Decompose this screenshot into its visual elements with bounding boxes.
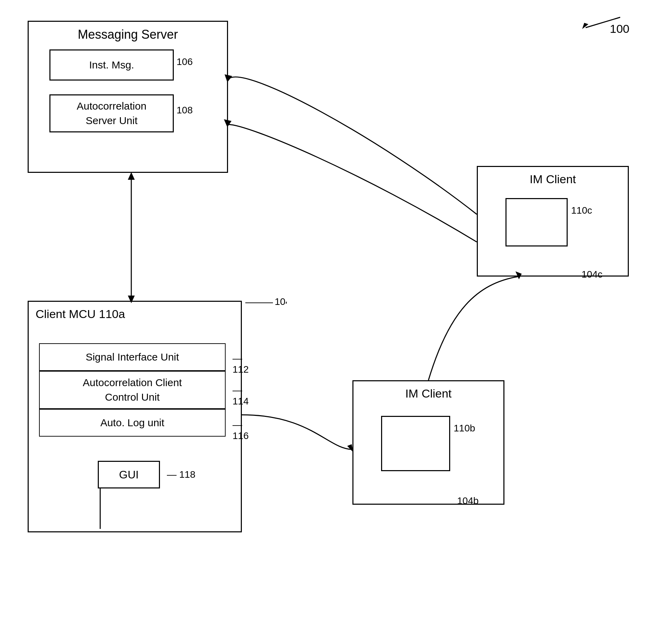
gui-label: GUI (119, 468, 139, 481)
svg-marker-6 (128, 172, 135, 180)
diagram-container: 100 Messaging Server Inst. Msg. 106 Auto… (0, 0, 672, 625)
ref-106: 106 (177, 56, 193, 67)
im-client-c-title: IM Client (478, 167, 628, 189)
ref-108: 108 (177, 105, 193, 116)
autocorr-server-label: AutocorrelationServer Unit (77, 99, 146, 128)
messaging-server-title: Messaging Server (29, 22, 227, 45)
ref-110c: 110c (571, 205, 592, 216)
inst-msg-label: Inst. Msg. (89, 59, 134, 71)
im-client-b-box: IM Client 110b 104b (352, 380, 504, 505)
autocorr-client-box: Autocorrelation ClientControl Unit (39, 371, 226, 409)
ref-116: — 116 (233, 419, 249, 441)
gui-box: GUI (98, 461, 160, 488)
ref-110b: 110b (454, 423, 475, 434)
im-client-b-device-icon (381, 416, 450, 471)
signal-interface-label: Signal Interface Unit (86, 351, 179, 363)
autocorr-server-box: AutocorrelationServer Unit (49, 94, 174, 132)
inst-msg-box: Inst. Msg. (49, 49, 174, 81)
ref-112: — 112 (233, 353, 249, 375)
auto-log-label: Auto. Log unit (100, 417, 164, 429)
ref-118: — 118 (167, 469, 196, 480)
ref-104c: 104c (581, 269, 603, 280)
ref-104b: 104b (457, 495, 479, 506)
im-client-b-title: IM Client (353, 381, 503, 404)
im-client-c-box: IM Client 110c 104c (477, 166, 629, 277)
ref-100-label: 100 (575, 14, 637, 37)
svg-text:100: 100 (610, 22, 630, 35)
svg-text:104a: 104a (275, 296, 287, 307)
signal-interface-box: Signal Interface Unit (39, 343, 226, 371)
ref-114: — 114 (233, 385, 249, 407)
ref-104a: 104a (245, 296, 287, 312)
client-mcu-title: Client MCU 110a (29, 302, 241, 324)
im-client-c-device-icon (505, 198, 568, 246)
auto-log-box: Auto. Log unit (39, 409, 226, 437)
svg-marker-1 (582, 23, 588, 29)
client-mcu-box: Client MCU 110a Signal Interface Unit — … (28, 301, 242, 532)
messaging-server-box: Messaging Server Inst. Msg. 106 Autocorr… (28, 21, 228, 173)
autocorr-client-label: Autocorrelation ClientControl Unit (83, 375, 182, 404)
